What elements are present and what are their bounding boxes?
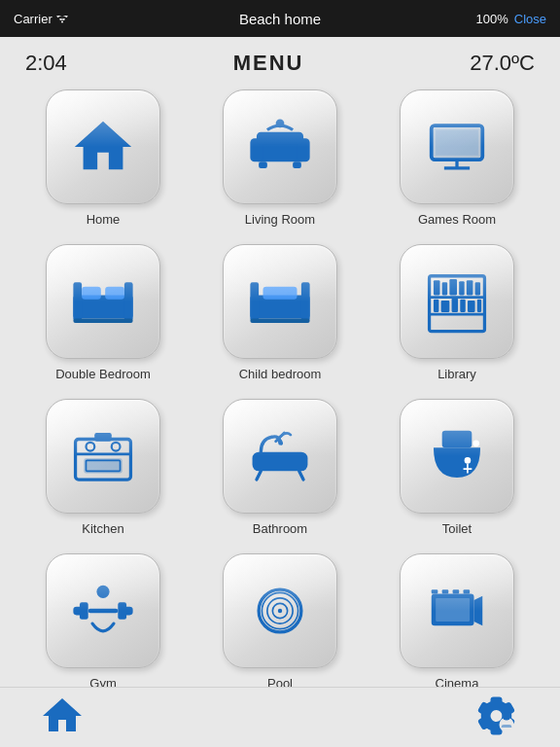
svg-rect-22 [263,287,298,300]
room-icon-home [46,89,160,204]
svg-rect-68 [453,589,460,593]
home-bottom-icon [39,693,86,739]
room-item-bathroom[interactable]: Bathroom [202,399,358,536]
svg-point-60 [278,609,282,613]
room-label-home: Home [87,212,121,227]
bottom-bar [0,687,560,747]
svg-rect-21 [301,282,310,320]
room-item-home[interactable]: Home [25,89,181,227]
room-icon-child-bedroom [223,244,337,359]
room-icon-library [400,244,514,359]
svg-rect-66 [432,589,438,593]
svg-rect-20 [250,282,259,320]
room-item-games-room[interactable]: Games Room [379,89,535,227]
svg-point-42 [112,443,121,451]
svg-rect-30 [459,281,464,295]
room-label-bathroom: Bathroom [253,521,307,536]
svg-rect-35 [452,299,459,312]
svg-rect-57 [88,609,119,613]
svg-rect-55 [80,602,88,620]
room-item-double-bedroom[interactable]: Double Bedroom [25,244,181,381]
spacer [257,694,303,741]
room-item-living-room[interactable]: Living Room [202,89,358,227]
main-content: 2:04 MENU 27.0ºC Home Living Room Games … [0,37,560,700]
svg-point-7 [276,120,285,128]
svg-rect-38 [477,300,481,312]
svg-rect-31 [467,280,473,295]
top-bar: 2:04 MENU 27.0ºC [19,47,541,80]
carrier-label: Carrier [14,12,52,26]
close-button[interactable]: Close [514,12,546,26]
room-item-cinema[interactable]: Cinema [379,553,535,691]
svg-rect-14 [73,282,82,320]
battery-label: 100% [476,12,508,26]
room-icon-toilet [400,399,514,514]
svg-rect-27 [434,280,440,295]
settings-button[interactable] [474,693,521,743]
svg-rect-45 [94,433,112,442]
room-item-pool[interactable]: Pool [202,553,358,691]
svg-point-41 [87,443,95,451]
svg-rect-34 [441,301,450,312]
room-icon-cinema [400,553,514,668]
svg-rect-23 [250,319,309,323]
svg-rect-13 [73,295,132,318]
time-display: 2:04 [25,51,67,76]
svg-point-52 [472,441,479,447]
svg-rect-47 [253,452,308,472]
temperature-display: 27.0ºC [470,51,535,76]
room-label-double-bedroom: Double Bedroom [55,367,151,381]
svg-rect-15 [124,282,133,320]
svg-rect-65 [436,598,470,622]
svg-rect-36 [460,300,465,312]
room-label-child-bedroom: Child bedroom [239,367,322,381]
svg-rect-33 [434,300,438,312]
menu-label: MENU [233,51,304,76]
room-icon-double-bedroom [46,244,160,359]
room-icon-gym [46,553,160,668]
room-icon-games-room [400,89,514,204]
svg-rect-17 [105,287,124,300]
svg-rect-69 [464,589,471,593]
room-item-library[interactable]: Library [379,244,535,381]
svg-rect-28 [442,282,447,295]
room-label-games-room: Games Room [418,212,496,227]
room-grid: Home Living Room Games Room Double Bedro… [19,89,541,691]
svg-point-49 [465,457,472,464]
svg-rect-56 [118,602,126,620]
room-label-kitchen: Kitchen [82,521,123,536]
svg-rect-12 [436,130,478,156]
svg-rect-37 [468,301,475,312]
room-icon-pool [223,553,337,668]
settings-icon [474,693,521,739]
status-bar: Carrier Beach home 100% Close [0,0,560,37]
svg-rect-32 [475,282,480,295]
room-label-library: Library [438,367,476,381]
room-label-toilet: Toilet [442,521,472,536]
svg-point-0 [61,21,63,23]
svg-rect-29 [449,279,457,295]
svg-rect-48 [442,431,472,448]
room-icon-kitchen [46,399,160,514]
header-title: Beach home [239,11,321,27]
room-item-toilet[interactable]: Toilet [379,399,535,536]
svg-rect-5 [293,161,301,168]
svg-rect-4 [259,161,267,168]
svg-rect-18 [73,319,132,323]
room-item-child-bedroom[interactable]: Child bedroom [202,244,358,381]
svg-point-58 [96,586,109,598]
svg-rect-16 [82,287,101,300]
wifi-icon [56,14,68,23]
room-icon-living-room [223,89,337,204]
room-label-living-room: Living Room [245,212,315,227]
room-item-kitchen[interactable]: Kitchen [25,399,181,536]
room-icon-bathroom [223,399,337,514]
svg-rect-6 [257,132,303,145]
room-item-gym[interactable]: Gym [25,553,181,691]
bottom-home-button[interactable] [39,693,86,743]
svg-rect-67 [442,589,449,593]
